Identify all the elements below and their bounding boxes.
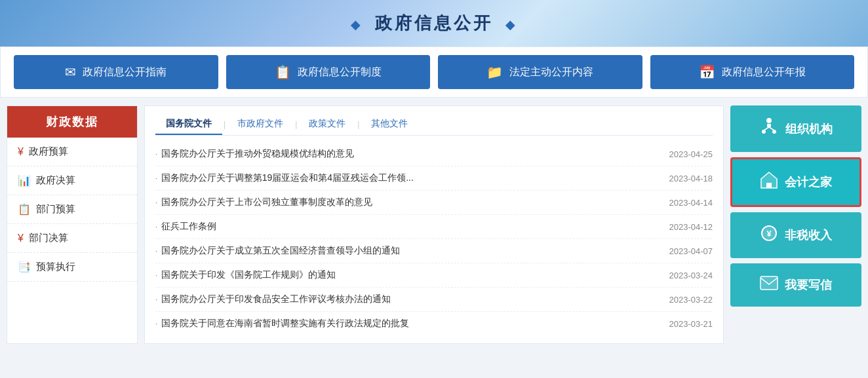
news-link[interactable]: 国务院关于印发《国务院工作规则》的通知: [161, 269, 336, 280]
list-item[interactable]: ·征兵工作条例 2023-04-12: [155, 215, 713, 239]
svg-point-5: [772, 130, 776, 134]
dept-budget-label: 部门预算: [36, 203, 75, 216]
list-item[interactable]: ·国务院办公厅关于上市公司独立董事制度改革的意见 2023-04-14: [155, 191, 713, 215]
news-link[interactable]: 国务院办公厅关于推动外贸稳规模优结构的意见: [161, 148, 354, 159]
header-title: ◆ 政府信息公开 ◆: [0, 12, 868, 35]
dot-icon: ·: [155, 296, 157, 303]
tab-zhengce[interactable]: 政策文件: [298, 114, 356, 135]
nav-btn-guide[interactable]: ✉ 政府信息公开指南: [14, 55, 218, 89]
dept-final-icon: ¥: [18, 233, 24, 244]
news-link[interactable]: 国务院办公厅关于调整第19届亚运会和第4届亚残运会工作领...: [161, 172, 414, 183]
nav-buttons-row: ✉ 政府信息公开指南 📋 政府信息公开制度 📁 法定主动公开内容 📅 政府信息公…: [0, 47, 868, 98]
list-item[interactable]: ·国务院关于印发《国务院工作规则》的通知 2023-03-24: [155, 263, 713, 288]
active-label: 法定主动公开内容: [509, 66, 593, 79]
diamond-left-icon: ◆: [351, 18, 363, 31]
list-item[interactable]: ·国务院办公厅关于调整第19届亚运会和第4届亚残运会工作领... 2023-04…: [155, 166, 713, 191]
gov-budget-label: 政府预算: [29, 145, 68, 158]
sidebar-item-budget-exec[interactable]: 📑 预算执行: [7, 253, 137, 282]
news-list: ·国务院办公厅关于推动外贸稳规模优结构的意见 2023-04-25 ·国务院办公…: [155, 142, 713, 335]
nav-btn-annual[interactable]: 📅 政府信息公开年报: [650, 55, 855, 89]
svg-line-3: [769, 127, 774, 130]
news-date: 2023-03-24: [669, 271, 713, 280]
news-link[interactable]: 国务院办公厅关于成立第五次全国经济普查领导小组的通知: [161, 245, 400, 255]
right-btn-kuaiji[interactable]: 会计之家: [730, 157, 861, 207]
annual-icon: 📅: [699, 64, 715, 80]
svg-text:¥: ¥: [766, 229, 772, 238]
news-link[interactable]: 国务院办公厅关于上市公司独立董事制度改革的意见: [161, 197, 372, 207]
system-icon: 📋: [275, 64, 291, 80]
news-link[interactable]: 国务院关于同意在海南省暂时调整实施有关行政法规定的批复: [161, 318, 409, 328]
news-link[interactable]: 征兵工作条例: [161, 221, 216, 231]
budget-exec-label: 预算执行: [36, 261, 75, 273]
kuaiji-label: 会计之家: [785, 174, 832, 190]
dot-icon: ·: [155, 151, 157, 158]
feishui-label: 非税收入: [785, 227, 832, 243]
nav-btn-system[interactable]: 📋 政府信息公开制度: [226, 55, 431, 89]
tab-qita[interactable]: 其他文件: [361, 114, 418, 135]
news-date: 2023-04-12: [669, 222, 713, 232]
tab-shizhengfu[interactable]: 市政府文件: [227, 114, 294, 135]
main-content: 财政数据 ¥ 政府预算 📊 政府决算 📋 部门预算 ¥ 部门决算 📑 预算执行: [0, 98, 868, 352]
gov-final-icon: 📊: [18, 174, 31, 187]
xiexin-icon: [760, 275, 778, 295]
news-date: 2023-04-07: [669, 246, 713, 256]
gov-budget-icon: ¥: [18, 146, 24, 158]
gov-final-label: 政府决算: [36, 174, 75, 187]
xiexin-label: 我要写信: [785, 277, 832, 293]
dot-icon: ·: [155, 175, 157, 182]
news-date: 2023-04-14: [669, 198, 713, 208]
right-btn-org[interactable]: 组织机构: [730, 105, 861, 152]
news-date: 2023-04-18: [669, 174, 713, 183]
diamond-right-icon: ◆: [505, 18, 517, 31]
kuaiji-icon: [760, 171, 778, 193]
feishui-icon: ¥: [760, 224, 778, 246]
sidebar-item-gov-budget[interactable]: ¥ 政府预算: [7, 138, 137, 166]
list-item[interactable]: ·国务院办公厅关于成立第五次全国经济普查领导小组的通知 2023-04-07: [155, 239, 713, 263]
dept-budget-icon: 📋: [18, 203, 31, 216]
header-title-text: 政府信息公开: [375, 13, 493, 33]
org-label: 组织机构: [785, 121, 833, 137]
list-item[interactable]: ·国务院关于同意在海南省暂时调整实施有关行政法规定的批复 2023-03-21: [155, 312, 713, 335]
active-icon: 📁: [486, 64, 503, 80]
header-banner: ◆ 政府信息公开 ◆: [0, 0, 868, 47]
center-content: 国务院文件 | 市政府文件 | 政策文件 | 其他文件 ·国务院办公厅关于推动外…: [144, 105, 724, 344]
right-btn-xiexin[interactable]: 我要写信: [730, 263, 861, 307]
svg-rect-8: [760, 276, 778, 290]
dot-icon: ·: [155, 248, 157, 255]
annual-label: 政府信息公开年报: [722, 66, 806, 79]
nav-btn-active[interactable]: 📁 法定主动公开内容: [438, 55, 642, 89]
list-item[interactable]: ·国务院办公厅关于印发食品安全工作评议考核办法的通知 2023-03-22: [155, 288, 713, 312]
left-sidebar: 财政数据 ¥ 政府预算 📊 政府决算 📋 部门预算 ¥ 部门决算 📑 预算执行: [7, 105, 138, 344]
sidebar-item-dept-budget[interactable]: 📋 部门预算: [7, 195, 137, 224]
svg-line-2: [764, 127, 769, 130]
sidebar-item-dept-final[interactable]: ¥ 部门决算: [7, 224, 137, 253]
budget-exec-icon: 📑: [18, 261, 31, 273]
system-label: 政府信息公开制度: [298, 66, 382, 79]
svg-point-4: [762, 130, 766, 134]
news-link[interactable]: 国务院办公厅关于印发食品安全工作评议考核办法的通知: [161, 293, 391, 304]
org-icon: [759, 117, 779, 140]
dept-final-label: 部门决算: [29, 232, 68, 244]
dot-icon: ·: [155, 320, 157, 328]
page-wrapper: ◆ 政府信息公开 ◆ ✉ 政府信息公开指南 📋 政府信息公开制度 📁 法定主动公…: [0, 0, 868, 352]
news-date: 2023-03-22: [669, 295, 713, 305]
tab-guowuyuan[interactable]: 国务院文件: [155, 114, 222, 135]
right-btn-feishui[interactable]: ¥ 非税收入: [730, 212, 861, 258]
news-date: 2023-03-21: [669, 319, 713, 329]
news-date: 2023-04-25: [669, 149, 713, 159]
dot-icon: ·: [155, 199, 157, 206]
dot-icon: ·: [155, 272, 157, 279]
list-item[interactable]: ·国务院办公厅关于推动外贸稳规模优结构的意见 2023-04-25: [155, 142, 713, 166]
guide-icon: ✉: [65, 64, 76, 80]
svg-rect-1: [767, 124, 771, 127]
tabs-row: 国务院文件 | 市政府文件 | 政策文件 | 其他文件: [155, 114, 713, 136]
dot-icon: ·: [155, 223, 157, 231]
sidebar-item-gov-final[interactable]: 📊 政府决算: [7, 166, 137, 195]
right-sidebar: 组织机构 会计之家 ¥: [730, 105, 861, 344]
guide-label: 政府信息公开指南: [83, 66, 167, 79]
svg-point-0: [766, 118, 772, 123]
sidebar-title: 财政数据: [7, 106, 137, 138]
